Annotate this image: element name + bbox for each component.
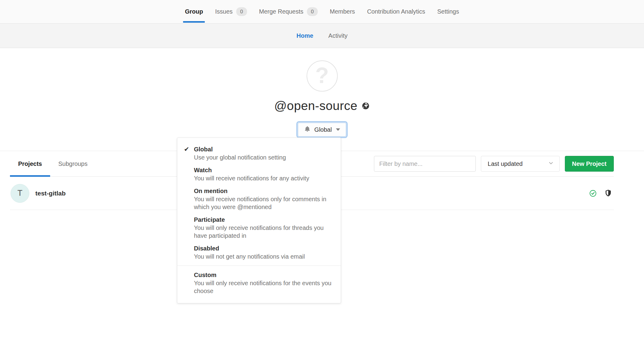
tab-merge-requests-label: Merge Requests	[259, 8, 304, 15]
notification-dropdown-label: Global	[314, 126, 332, 133]
tab-members[interactable]: Members	[324, 0, 361, 23]
chevron-down-icon	[336, 128, 340, 131]
subnav-item-home[interactable]: Home	[297, 32, 314, 39]
tab-group-label: Group	[185, 8, 203, 15]
group-subnav: Home Activity	[0, 24, 644, 48]
tab-projects-label: Projects	[18, 160, 42, 167]
filter-by-name-input[interactable]	[374, 156, 476, 172]
menu-item-watch[interactable]: Watch You will receive notifications for…	[177, 164, 341, 185]
group-avatar: ?	[307, 60, 338, 92]
tab-group[interactable]: Group	[179, 0, 209, 23]
project-initial: T	[18, 189, 23, 198]
group-header: ? @open-source Global	[0, 48, 644, 151]
tab-members-label: Members	[330, 8, 355, 15]
tab-contribution-analytics[interactable]: Contribution Analytics	[361, 0, 431, 23]
issues-count-badge: 0	[236, 7, 247, 16]
tab-merge-requests[interactable]: Merge Requests 0	[253, 0, 324, 23]
question-mark-glyph: ?	[315, 64, 329, 87]
projects-toolbar-controls: Last updated New Project	[374, 156, 614, 172]
tab-subgroups[interactable]: Subgroups	[50, 151, 96, 176]
menu-item-title: Participate	[194, 216, 332, 224]
tab-issues[interactable]: Issues 0	[209, 0, 253, 23]
menu-item-description: Use your global notification setting	[194, 153, 332, 161]
group-nav: Group Issues 0 Merge Requests 0 Members …	[0, 0, 644, 24]
pipeline-status-passed-icon[interactable]	[589, 190, 597, 197]
bell-icon	[304, 125, 311, 134]
tab-settings[interactable]: Settings	[431, 0, 465, 23]
menu-item-global[interactable]: ✔ Global Use your global notification se…	[177, 143, 341, 164]
menu-item-participate[interactable]: Participate You will only receive notifi…	[177, 213, 341, 242]
sort-dropdown-label: Last updated	[488, 160, 523, 167]
menu-item-description: You will receive notifications for any a…	[194, 174, 332, 182]
merge-requests-count-badge: 0	[307, 7, 317, 16]
menu-item-title: Custom	[194, 271, 332, 279]
notification-dropdown-menu: ✔ Global Use your global notification se…	[177, 137, 341, 303]
sort-dropdown[interactable]: Last updated	[481, 156, 560, 172]
menu-item-title: Global	[194, 145, 332, 153]
menu-item-description: You will receive notifications only for …	[194, 195, 332, 211]
tab-issues-label: Issues	[215, 8, 233, 15]
menu-item-title: Watch	[194, 166, 332, 174]
tab-projects[interactable]: Projects	[10, 151, 50, 176]
subnav-item-activity[interactable]: Activity	[328, 32, 347, 39]
check-icon: ✔	[184, 146, 189, 153]
chevron-down-icon	[548, 160, 554, 168]
project-avatar: T	[11, 184, 29, 203]
menu-item-title: On mention	[194, 187, 332, 195]
group-title: @open-source	[0, 99, 644, 113]
shield-icon	[605, 189, 612, 197]
menu-item-description: You will only receive notifications for …	[194, 224, 332, 240]
earth-icon	[362, 102, 370, 110]
menu-item-disabled[interactable]: Disabled You will not get any notificati…	[177, 242, 341, 263]
tab-settings-label: Settings	[437, 8, 459, 15]
group-name: @open-source	[274, 99, 358, 113]
projects-tabs: Projects Subgroups	[10, 151, 96, 176]
menu-divider	[177, 266, 341, 266]
tab-contribution-analytics-label: Contribution Analytics	[367, 8, 425, 15]
notification-dropdown-button[interactable]: Global	[298, 123, 346, 137]
project-name-link[interactable]: test-gitlab	[35, 190, 66, 197]
menu-item-description: You will not get any notifications via e…	[194, 253, 332, 260]
project-row-icons	[589, 189, 612, 197]
menu-item-on-mention[interactable]: On mention You will receive notification…	[177, 185, 341, 213]
menu-item-title: Disabled	[194, 244, 332, 252]
menu-item-custom[interactable]: Custom You will only receive notificatio…	[177, 269, 341, 297]
menu-item-description: You will only receive notifications for …	[194, 279, 332, 295]
new-project-button[interactable]: New Project	[565, 156, 614, 172]
tab-subgroups-label: Subgroups	[58, 160, 88, 167]
